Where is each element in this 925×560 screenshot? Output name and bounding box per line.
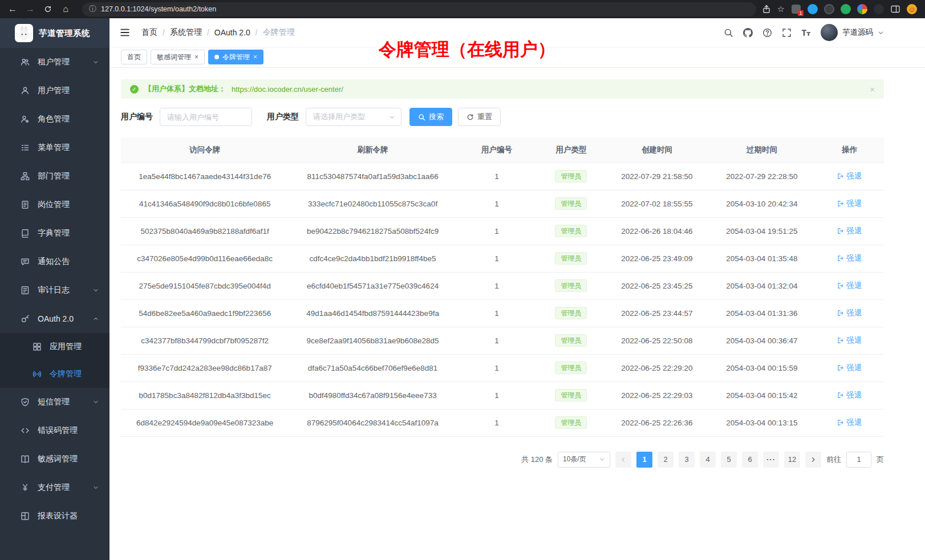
font-size-icon[interactable] — [801, 28, 811, 38]
forward-icon[interactable]: → — [23, 2, 37, 16]
extension-icon-2[interactable] — [808, 4, 818, 14]
sidebar-item[interactable]: 部门管理 — [0, 162, 109, 190]
force-logout-button[interactable]: 强退 — [837, 363, 862, 373]
force-logout-button[interactable]: 强退 — [837, 226, 862, 236]
split-view-icon[interactable] — [890, 4, 900, 14]
access-token-cell: 41c41346a548490f9dc8b01c6bfe0865 — [121, 190, 289, 217]
sidebar-item[interactable]: OAuth 2.0 — [0, 305, 109, 333]
sidebar-item[interactable]: 岗位管理 — [0, 190, 109, 219]
extension-icon-1[interactable]: 1 — [791, 4, 801, 14]
report-icon — [21, 512, 30, 521]
user-type-select[interactable]: 请选择用户类型 — [306, 108, 401, 126]
page-button[interactable]: 3 — [679, 452, 695, 468]
force-logout-button[interactable]: 强退 — [837, 198, 862, 209]
sidebar-item[interactable]: 报表设计器 — [0, 502, 109, 530]
reload-icon[interactable] — [41, 2, 55, 16]
back-icon[interactable]: ← — [6, 2, 19, 16]
sidebar-item[interactable]: 用户管理 — [0, 76, 109, 105]
sidebar-item[interactable]: 敏感词管理 — [0, 445, 109, 473]
sidebar-item[interactable]: 短信管理 — [0, 388, 109, 416]
sidebar-item[interactable]: 错误码管理 — [0, 416, 109, 445]
help-icon[interactable] — [762, 28, 772, 38]
notice-icon — [21, 257, 30, 266]
sidebar-item[interactable]: 应用管理 — [0, 333, 109, 360]
refresh-token-cell: 49d1aa46d1454fbd87591444423be9fa — [289, 299, 456, 327]
search-icon[interactable] — [724, 28, 733, 38]
sidebar-item[interactable]: 菜单管理 — [0, 133, 109, 162]
app-layout: 芋道管理系统 租户管理用户管理角色管理菜单管理部门管理岗位管理字典管理通知公告审… — [0, 18, 925, 560]
extension-icon-5[interactable] — [857, 4, 867, 14]
user-menu[interactable]: 芋道源码 — [821, 24, 884, 41]
page-button[interactable]: 1 — [636, 452, 652, 468]
page-button[interactable]: 4 — [700, 452, 716, 468]
sidebar-item-label: 岗位管理 — [38, 200, 70, 210]
force-logout-label: 强退 — [846, 253, 862, 263]
sidebar-item[interactable]: 租户管理 — [0, 48, 109, 76]
alert-doc-link[interactable]: https://doc.iocoder.cn/user-center/ — [232, 85, 343, 94]
breadcrumb-separator: / — [163, 28, 165, 37]
tab[interactable]: 敏感词管理× — [151, 50, 205, 64]
force-logout-button[interactable]: 强退 — [837, 417, 862, 428]
expire-time-cell: 2054-03-04 01:32:04 — [708, 272, 815, 299]
tab[interactable]: 令牌管理× — [208, 50, 263, 64]
force-logout-button[interactable]: 强退 — [837, 281, 862, 291]
page-size-select[interactable]: 10条/页 — [558, 452, 610, 468]
user-id-input[interactable] — [160, 108, 252, 126]
extension-badge: 1 — [798, 10, 804, 16]
created-time-cell: 2022-06-25 22:29:20 — [606, 354, 709, 382]
sidebar-item[interactable]: 审计日志 — [0, 276, 109, 305]
reset-button[interactable]: 重置 — [458, 108, 501, 126]
user-type-badge: 管理员 — [555, 170, 587, 182]
access-token-cell: f9336e7c7dd242a283ee98dc86b17a87 — [121, 354, 289, 382]
tab[interactable]: 首页 — [121, 50, 147, 64]
doc-alert: ✓ 【用户体系】文档地址： https://doc.iocoder.cn/use… — [121, 79, 884, 99]
alert-close-icon[interactable]: × — [870, 84, 875, 94]
search-button[interactable]: 搜索 — [409, 108, 452, 126]
sidebar-item[interactable]: 支付管理 — [0, 473, 109, 502]
breadcrumb-item[interactable]: OAuth 2.0 — [214, 28, 250, 37]
bookmark-star-icon[interactable]: ☆ — [777, 4, 785, 14]
home-icon[interactable]: ⌂ — [59, 2, 72, 16]
address-bar[interactable]: ⓘ 127.0.0.1:1024/system/oauth2/token — [82, 2, 756, 17]
sidebar-item[interactable]: 角色管理 — [0, 105, 109, 133]
page-button[interactable]: 6 — [742, 452, 758, 468]
force-logout-button[interactable]: 强退 — [837, 390, 862, 400]
force-logout-button[interactable]: 强退 — [837, 335, 862, 346]
page-button[interactable]: 12 — [784, 452, 800, 468]
tab-close-icon[interactable]: × — [253, 54, 257, 60]
sidebar-item[interactable]: 令牌管理 — [0, 360, 109, 388]
extension-icon-3[interactable] — [824, 4, 834, 14]
next-page-button[interactable] — [805, 452, 821, 468]
github-icon[interactable] — [743, 28, 753, 38]
fullscreen-icon[interactable] — [782, 28, 792, 38]
user-type-cell: 管理员 — [537, 190, 605, 217]
browser-profile-avatar[interactable]: ☺ — [907, 4, 917, 14]
app-logo-row[interactable]: 芋道管理系统 — [0, 18, 109, 48]
chevron-down-icon — [92, 287, 99, 294]
page-button[interactable]: 2 — [658, 452, 674, 468]
app-title: 芋道管理系统 — [39, 28, 90, 39]
user-type-cell: 管理员 — [537, 272, 605, 299]
sidebar-item[interactable]: 字典管理 — [0, 219, 109, 247]
share-icon[interactable] — [762, 5, 771, 14]
column-header: 访问令牌 — [121, 137, 289, 163]
reset-button-label: 重置 — [477, 112, 492, 122]
force-logout-button[interactable]: 强退 — [837, 171, 862, 181]
extension-icon-4[interactable] — [841, 4, 851, 14]
page-button[interactable]: 5 — [721, 452, 737, 468]
site-info-icon[interactable]: ⓘ — [89, 4, 96, 14]
force-logout-button[interactable]: 强退 — [837, 253, 862, 263]
goto-page-input[interactable] — [846, 452, 871, 468]
column-header: 刷新令牌 — [289, 137, 456, 163]
prev-page-button[interactable] — [615, 452, 631, 468]
page-ellipsis[interactable]: ··· — [763, 452, 779, 468]
force-logout-button[interactable]: 强退 — [837, 308, 862, 318]
tab-close-icon[interactable]: × — [194, 54, 198, 60]
chevron-down-icon — [878, 30, 884, 36]
extension-icon-6[interactable] — [874, 4, 884, 14]
breadcrumb-item[interactable]: 首页 — [141, 27, 157, 38]
sidebar-item[interactable]: 通知公告 — [0, 247, 109, 276]
breadcrumb-item[interactable]: 系统管理 — [170, 27, 202, 38]
expire-time-cell: 2054-03-04 00:15:42 — [708, 382, 815, 409]
collapse-sidebar-icon[interactable] — [117, 25, 132, 40]
